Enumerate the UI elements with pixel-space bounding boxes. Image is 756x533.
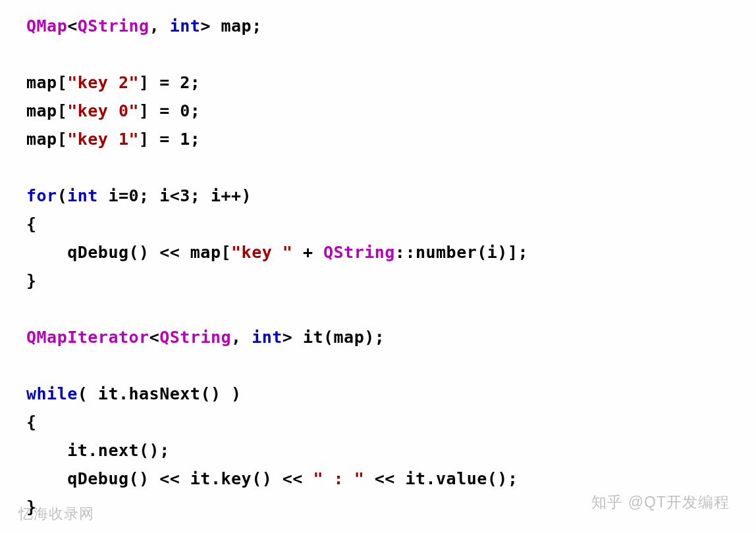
keyword-token: int <box>170 16 201 36</box>
code-line: { <box>26 413 37 432</box>
string-token: " : " <box>313 469 364 488</box>
string-token: "key 0" <box>67 101 139 120</box>
code-text: i=0; i<3; i++) <box>98 186 252 205</box>
code-text: ] = 0; <box>139 101 200 120</box>
keyword-token: for <box>26 186 57 205</box>
code-text: qDebug() << map[ <box>26 243 231 262</box>
code-text: , <box>149 16 170 36</box>
code-text: { <box>26 215 37 234</box>
punct: < <box>149 328 160 347</box>
code-block: QMap<QString, int> map; map["key 2"] = 2… <box>26 12 740 521</box>
code-line: map["key 2"] = 2; <box>26 73 200 92</box>
blank-line <box>26 158 37 177</box>
code-line: map["key 0"] = 0; <box>26 101 200 120</box>
blank-line <box>26 356 37 375</box>
code-line: while( it.hasNext() ) <box>26 384 242 403</box>
blank-line <box>26 299 37 318</box>
type-token: QMapIterator <box>26 328 149 347</box>
code-text: > map; <box>200 16 261 36</box>
punct: < <box>67 16 78 36</box>
string-token: "key 2" <box>67 73 139 92</box>
code-line: it.next(); <box>26 441 170 460</box>
string-token: "key 1" <box>67 130 139 149</box>
code-text: { <box>26 413 37 432</box>
code-line: qDebug() << it.key() << " : " << it.valu… <box>26 469 518 488</box>
type-token: QString <box>78 16 149 36</box>
code-line: QMapIterator<QString, int> it(map); <box>26 328 385 347</box>
code-text: ::number(i)]; <box>395 243 528 262</box>
code-text: ] = 2; <box>139 73 200 92</box>
code-text: ( <box>57 186 68 205</box>
code-text: + <box>292 243 323 262</box>
code-text: it.next(); <box>26 441 170 460</box>
type-token: QMap <box>26 16 67 36</box>
code-line: map["key 1"] = 1; <box>26 130 200 149</box>
code-line: QMap<QString, int> map; <box>26 16 262 36</box>
code-text: ( it.hasNext() ) <box>78 384 242 403</box>
code-line: { <box>26 215 37 234</box>
string-token: "key " <box>231 243 292 262</box>
code-text: } <box>26 271 37 290</box>
type-token: QString <box>159 328 231 347</box>
type-token: QString <box>323 243 395 262</box>
keyword-token: while <box>26 384 78 403</box>
code-text: ] = 1; <box>139 130 200 149</box>
code-line: qDebug() << map["key " + QString::number… <box>26 243 528 262</box>
code-text: map[ <box>26 101 67 120</box>
blank-line <box>26 45 37 64</box>
keyword-token: int <box>67 186 98 205</box>
keyword-token: int <box>252 328 283 347</box>
code-text: << it.value(); <box>364 469 518 488</box>
watermark-left: 忆海收录网 <box>18 501 94 526</box>
code-text: map[ <box>26 73 67 92</box>
code-text: , <box>231 328 252 347</box>
code-text: qDebug() << it.key() << <box>26 469 313 488</box>
code-text: > it(map); <box>283 328 385 347</box>
code-line: } <box>26 271 37 290</box>
code-text: map[ <box>26 130 67 149</box>
watermark-right: 知乎 @QT开发编程 <box>591 490 730 516</box>
code-line: for(int i=0; i<3; i++) <box>26 186 252 205</box>
